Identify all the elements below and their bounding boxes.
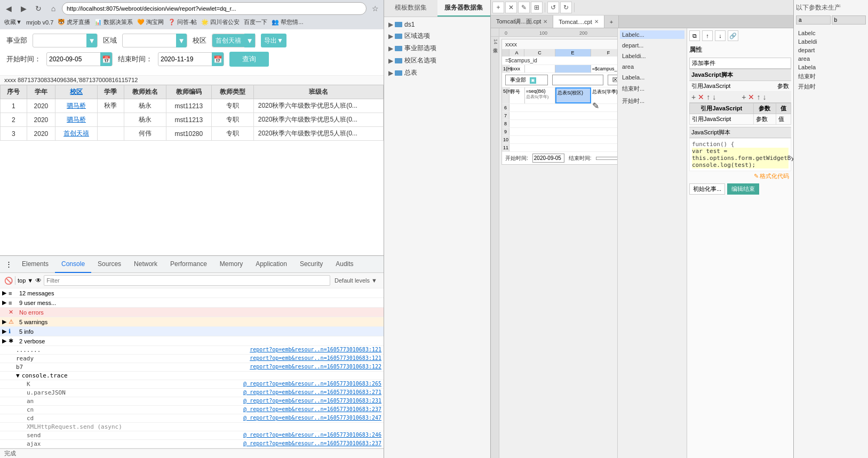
param-depart[interactable]: depart	[796, 46, 866, 54]
refresh-button[interactable]: ↻	[32, 2, 45, 15]
param-labela[interactable]: Labela	[796, 63, 866, 71]
devtools-options-btn[interactable]: ⋮	[2, 260, 15, 268]
star-button[interactable]: ☆	[369, 2, 381, 15]
editor-tab-close[interactable]: ✕	[594, 19, 599, 25]
tab-audits[interactable]: Audits	[329, 256, 360, 273]
tree-item-campus[interactable]: ▶ 校区名选项	[386, 54, 488, 67]
param-labeldi[interactable]: Labeldi	[796, 37, 866, 46]
canvas-end-field[interactable]	[596, 157, 617, 160]
editor-tab-new[interactable]: +	[604, 15, 619, 28]
toolbar-edit-btn[interactable]: ✎	[518, 2, 530, 13]
widget-labeldi[interactable]: Labeldi...	[620, 52, 684, 60]
param-starttime[interactable]: 开始时	[796, 82, 866, 92]
back-button[interactable]: ◀	[2, 2, 15, 15]
tab-template-ds[interactable]: 模板数据集	[384, 0, 437, 17]
tab-network[interactable]: Network	[128, 256, 164, 273]
start-cal-btn[interactable]: 📅	[100, 52, 112, 66]
end-date[interactable]: 📅	[158, 52, 224, 66]
canvas-dept-field[interactable]: 事业部 ▣	[505, 75, 548, 85]
tab-security[interactable]: Security	[293, 256, 329, 273]
trace-source[interactable]: @ report?op=emb&resour..n=1605773010683:…	[243, 440, 381, 447]
console-trace-header[interactable]: ▼ console.trace	[0, 372, 384, 380]
console-item-source[interactable]: report?op=emb&resour..n=1605773010683:12…	[250, 347, 381, 353]
end-date-input[interactable]	[158, 55, 212, 63]
editor-tab-close[interactable]: ✕	[543, 19, 547, 25]
widget-endtime[interactable]: 结束时...	[620, 84, 684, 94]
campus-arrow[interactable]: ▼	[244, 34, 255, 47]
tab-sources[interactable]: Sources	[91, 256, 128, 273]
prop-up-btn[interactable]: ↑	[702, 30, 713, 41]
console-trace-toggle[interactable]: ▼	[16, 372, 20, 379]
tree-item-dept[interactable]: ▶ 事业部选项	[386, 42, 488, 54]
prop-copy-btn[interactable]: ⧉	[689, 30, 700, 41]
bookmark-taobao[interactable]: 🧡 淘宝网	[137, 18, 164, 26]
console-info[interactable]: ▶ ℹ 5 info	[0, 327, 384, 336]
js-code-area[interactable]: function() { var test = this.options.for…	[689, 138, 791, 171]
cell-e5h-highlighted[interactable]: 总表S(校区)	[555, 87, 591, 103]
widget-depart[interactable]: depart...	[620, 41, 684, 50]
bookmark-qa[interactable]: ❓ 问答-帖	[168, 18, 197, 26]
clear-console-icon[interactable]: 🚫	[4, 277, 13, 285]
home-button[interactable]: ⌂	[47, 2, 60, 15]
console-verbose[interactable]: ▶ ✱ 2 verbose	[0, 336, 384, 346]
trace-source[interactable]: @ report?op=emb&resour..n=1605773010683:…	[243, 415, 381, 422]
forward-button[interactable]: ▶	[17, 2, 30, 15]
prop-link-btn[interactable]: 🔗	[728, 30, 738, 41]
cell-campus[interactable]: 驷马桥	[55, 113, 98, 127]
trace-source[interactable]: @ report?op=emb&resour..n=1605773010683:…	[243, 432, 381, 439]
js-params-remove-btn[interactable]: ✕	[748, 93, 754, 101]
tab-elements[interactable]: Elements	[15, 256, 55, 273]
tab-memory[interactable]: Memory	[213, 256, 249, 273]
start-date[interactable]: 📅	[46, 52, 113, 66]
widget-area[interactable]: area	[620, 62, 684, 71]
param-endtime[interactable]: 结束时	[796, 71, 866, 82]
bookmark-police[interactable]: 🌟 四川省公安	[201, 18, 240, 26]
format-code-btn[interactable]: ✎ 格式化代码	[754, 172, 789, 180]
dept-arrow[interactable]: ▼	[86, 34, 97, 47]
toolbar-delete-btn[interactable]: ✕	[505, 2, 517, 13]
canvas-dept-value[interactable]	[552, 75, 603, 85]
js-params-add-btn[interactable]: +	[742, 93, 746, 101]
console-item-source[interactable]: report?op=emb&resour..n=1605773010683:12…	[250, 355, 381, 362]
eye-icon[interactable]: 👁	[35, 277, 42, 284]
widget-labela[interactable]: Labela...	[620, 73, 684, 82]
area-input[interactable]	[123, 37, 176, 44]
trace-source[interactable]: @ report?op=emb&resour..n=1605773010683:…	[243, 398, 381, 405]
area-arrow[interactable]: ▼	[176, 34, 187, 47]
console-group-user[interactable]: ▶ ≡ 9 user mess...	[0, 298, 384, 308]
console-item-source[interactable]: report?op=emb&resour..n=1605773010683:12…	[250, 364, 381, 371]
bookmark-huya[interactable]: 🐯 虎牙直播	[58, 18, 90, 26]
console-group-messages[interactable]: ▶ ≡ 12 messages	[0, 288, 384, 298]
js-remove-btn[interactable]: ✕	[698, 93, 704, 101]
export-button[interactable]: 导出▼	[261, 34, 286, 47]
bookmark-favorites[interactable]: 收藏▼	[4, 18, 22, 26]
js-down-btn[interactable]: ↓	[712, 93, 716, 101]
edit-complete-button[interactable]: 编辑结束	[727, 183, 759, 195]
cell-campus[interactable]: 驷马桥	[55, 99, 98, 113]
param-a[interactable]: a	[796, 15, 831, 25]
js-add-btn[interactable]: +	[691, 93, 696, 101]
query-button[interactable]: 查询	[229, 52, 269, 67]
editor-tab-2[interactable]: Tomcat....cpt ✕	[553, 15, 604, 28]
tab-console[interactable]: Console	[55, 256, 91, 273]
start-date-input[interactable]	[47, 55, 100, 63]
campus-select[interactable]: 首创天禧 ▼	[212, 34, 256, 47]
tree-item-area[interactable]: ▶ 区域选项	[386, 30, 488, 42]
js-params-up-btn[interactable]: ↑	[756, 93, 760, 101]
area-select[interactable]: ▼	[122, 34, 187, 47]
console-warnings[interactable]: ▶ ⚠ 5 warnings	[0, 317, 384, 327]
tab-application[interactable]: Application	[249, 256, 293, 273]
bookmark-help[interactable]: 👥 帮您情...	[272, 18, 303, 26]
param-area[interactable]: area	[796, 54, 866, 63]
add-event-button[interactable]: 添加事件	[689, 58, 791, 69]
editor-tab-1[interactable]: Tomcat调...面.cpt ✕	[491, 15, 553, 28]
trace-source[interactable]: @ report?op=emb&resour..n=1605773010683:…	[243, 389, 381, 396]
widget-starttime[interactable]: 开始时...	[620, 96, 684, 106]
js-up-btn[interactable]: ↑	[706, 93, 710, 101]
bookmark-baidu[interactable]: 百度一下	[244, 18, 267, 26]
console-filter-input[interactable]	[44, 275, 330, 286]
param-b[interactable]: b	[832, 15, 866, 25]
init-button[interactable]: 初始化事...	[689, 183, 725, 195]
canvas-start-field[interactable]: 2020-09-05	[532, 154, 564, 163]
toolbar-grid-btn[interactable]: ⊞	[531, 2, 543, 13]
